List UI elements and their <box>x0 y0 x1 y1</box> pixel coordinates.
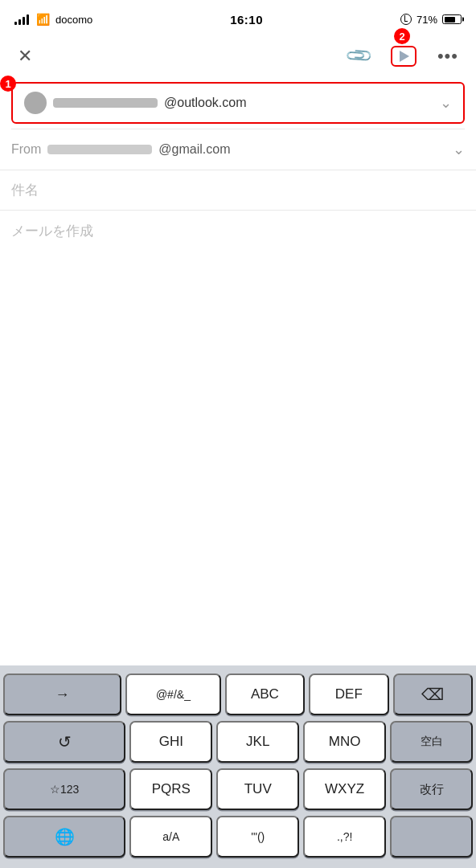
signal-icon <box>14 14 29 25</box>
key-mno[interactable]: MNO <box>303 721 386 763</box>
carrier-name: docomo <box>55 14 92 26</box>
send-button-outline <box>391 46 416 67</box>
key-undo[interactable]: ↺ <box>3 721 125 763</box>
key-jkl[interactable]: JKL <box>216 721 299 763</box>
key-wxyz[interactable]: WXYZ <box>303 768 386 810</box>
from-label: From <box>11 142 41 157</box>
key-tab[interactable]: → <box>3 674 121 715</box>
toolbar-right: 📎 ••• <box>345 43 462 70</box>
battery-percent: 71% <box>416 14 437 26</box>
send-icon <box>400 51 409 62</box>
key-punctuation2[interactable]: .,?! <box>303 816 386 858</box>
key-symbols[interactable]: @#/&_ <box>125 674 221 715</box>
wifi-icon: 📶 <box>36 13 50 26</box>
subject-placeholder: 件名 <box>11 181 39 199</box>
to-chevron-icon[interactable]: ⌄ <box>440 94 452 112</box>
keyboard-row-1: → @#/&_ ABC DEF ⌫ <box>3 674 473 715</box>
key-space[interactable]: 空白 <box>390 721 473 763</box>
status-time: 16:10 <box>230 13 263 27</box>
from-chevron-icon[interactable]: ⌄ <box>453 141 465 158</box>
key-abc[interactable]: ABC <box>225 674 305 715</box>
key-punctuation1[interactable]: '"() <box>216 816 299 858</box>
toolbar-left: ✕ <box>14 44 35 68</box>
attach-button[interactable]: 📎 <box>345 43 373 70</box>
keyboard-row-2: ↺ GHI JKL MNO 空白 <box>3 721 473 763</box>
to-field[interactable]: @outlook.com ⌄ <box>11 82 465 124</box>
key-case[interactable]: a/A <box>129 816 212 858</box>
key-num[interactable]: ☆123 <box>3 768 125 810</box>
key-globe[interactable]: 🌐 <box>3 816 125 858</box>
keyboard-row-4: 🌐 a/A '"() .,?! <box>3 816 473 858</box>
contact-avatar <box>24 92 47 114</box>
from-field[interactable]: From @gmail.com ⌄ <box>0 129 476 170</box>
to-field-inner: @outlook.com <box>24 92 440 114</box>
keyboard-row-3: ☆123 PQRS TUV WXYZ 改行 <box>3 768 473 810</box>
key-backspace[interactable]: ⌫ <box>393 674 473 715</box>
more-icon: ••• <box>437 46 458 67</box>
key-pqrs[interactable]: PQRS <box>129 768 212 810</box>
send-button[interactable] <box>388 43 420 70</box>
from-email-redacted <box>47 145 152 154</box>
key-tuv[interactable]: TUV <box>216 768 299 810</box>
keyboard: → @#/&_ ABC DEF ⌫ ↺ GHI JKL MNO 空白 ☆123 … <box>0 665 476 868</box>
status-left: 📶 docomo <box>14 13 92 26</box>
more-button[interactable]: ••• <box>434 43 462 70</box>
close-icon: ✕ <box>18 47 32 65</box>
close-button[interactable]: ✕ <box>14 44 35 68</box>
from-email-suffix: @gmail.com <box>158 142 230 157</box>
key-def[interactable]: DEF <box>309 674 388 715</box>
body-field[interactable]: メールを作成 <box>0 210 476 274</box>
annotation-1: 1 <box>0 76 16 92</box>
compose-area: @outlook.com ⌄ From @gmail.com ⌄ 件名 メールを… <box>0 82 476 274</box>
attach-icon: 📎 <box>344 41 374 71</box>
subject-field[interactable]: 件名 <box>0 170 476 210</box>
key-return[interactable]: 改行 <box>390 768 473 810</box>
annotation-2: 2 <box>394 28 410 44</box>
to-email-redacted <box>53 98 158 108</box>
key-ghi[interactable]: GHI <box>129 721 212 763</box>
body-placeholder: メールを作成 <box>11 223 93 239</box>
to-email-suffix: @outlook.com <box>164 96 247 110</box>
key-empty <box>390 816 473 858</box>
battery-icon <box>442 14 462 24</box>
rotation-icon <box>400 14 412 25</box>
status-right: 71% <box>400 14 462 26</box>
